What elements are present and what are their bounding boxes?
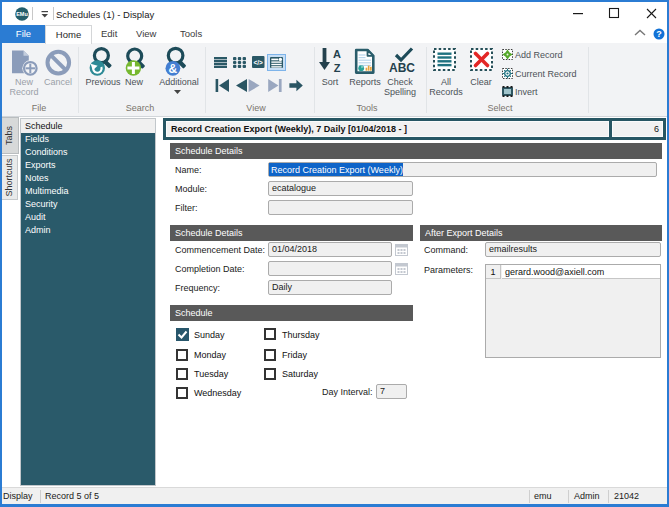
svg-text:ABC: ABC (389, 61, 415, 74)
svg-text:?: ? (656, 29, 662, 39)
svg-text:A: A (333, 48, 341, 60)
svg-text:</>: </> (253, 59, 263, 66)
svg-text:Z: Z (334, 62, 341, 74)
svg-text:&: & (169, 62, 178, 76)
svg-text:EMu: EMu (16, 11, 28, 17)
